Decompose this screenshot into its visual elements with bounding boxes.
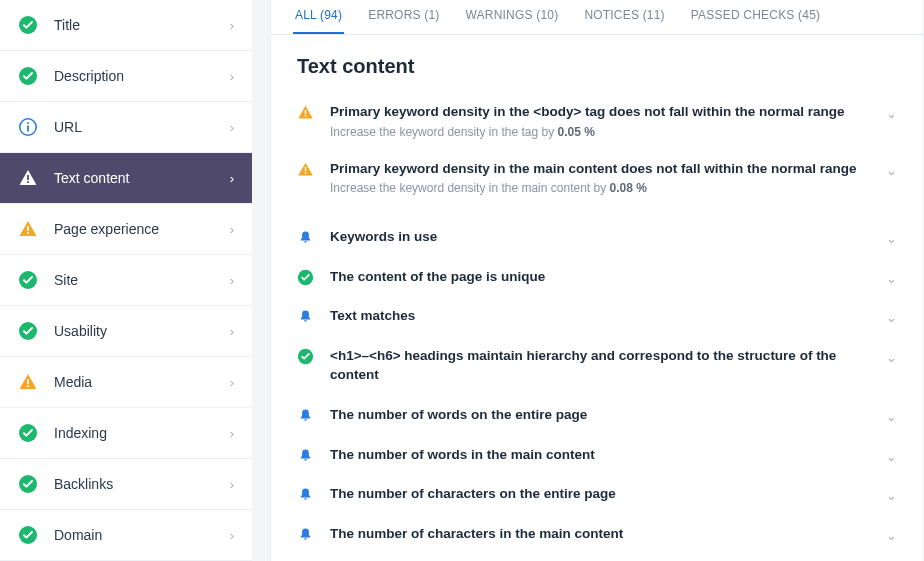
sidebar: Title›Description›URL›Text content›Page … bbox=[0, 0, 252, 561]
check-row-title: The number of characters in the main con… bbox=[330, 524, 878, 544]
warn-icon bbox=[18, 219, 38, 239]
check-icon bbox=[297, 348, 314, 365]
chevron-right-icon: › bbox=[230, 426, 234, 441]
svg-rect-22 bbox=[305, 172, 307, 174]
check-icon bbox=[18, 423, 38, 443]
check-row-title: The number of characters on the entire p… bbox=[330, 484, 878, 504]
check-row[interactable]: The number of characters in the main con… bbox=[271, 514, 923, 554]
chevron-right-icon: › bbox=[230, 222, 234, 237]
check-row-title: Primary keyword density in the <body> ta… bbox=[330, 102, 878, 122]
tab-all[interactable]: ALL (94) bbox=[293, 0, 344, 34]
tab-errors[interactable]: ERRORS (1) bbox=[366, 0, 441, 34]
check-icon bbox=[297, 269, 314, 286]
check-icon bbox=[18, 270, 38, 290]
sidebar-item-page-experience[interactable]: Page experience› bbox=[0, 204, 252, 255]
notice-icon bbox=[297, 407, 314, 424]
sidebar-item-usability[interactable]: Usability› bbox=[0, 306, 252, 357]
svg-rect-11 bbox=[27, 379, 29, 384]
sidebar-item-label: Domain bbox=[54, 527, 230, 543]
chevron-right-icon: › bbox=[230, 324, 234, 339]
notice-icon bbox=[297, 308, 314, 325]
check-row[interactable]: <h1>–<h6> headings maintain hierarchy an… bbox=[271, 336, 923, 395]
check-row-title: The number of words in the main content bbox=[330, 445, 878, 465]
check-row-title: Text matches bbox=[330, 306, 878, 326]
sidebar-item-label: Title bbox=[54, 17, 230, 33]
chevron-down-icon: ⌄ bbox=[886, 106, 897, 121]
sidebar-item-media[interactable]: Media› bbox=[0, 357, 252, 408]
check-icon bbox=[18, 321, 38, 341]
check-icon bbox=[18, 474, 38, 494]
tabs: ALL (94)ERRORS (1)WARNINGS (10)NOTICES (… bbox=[271, 0, 923, 35]
chevron-right-icon: › bbox=[230, 18, 234, 33]
check-row-subtitle: Increase the keyword density in the main… bbox=[330, 181, 878, 195]
check-row[interactable]: The content of the page is unique⌄ bbox=[271, 257, 923, 297]
sidebar-item-backlinks[interactable]: Backlinks› bbox=[0, 459, 252, 510]
tab-notices[interactable]: NOTICES (11) bbox=[582, 0, 666, 34]
sidebar-item-site[interactable]: Site› bbox=[0, 255, 252, 306]
check-row-title: <h1>–<h6> headings maintain hierarchy an… bbox=[330, 346, 878, 385]
sidebar-item-label: Site bbox=[54, 272, 230, 288]
notice-icon bbox=[297, 229, 314, 246]
chevron-down-icon: ⌄ bbox=[886, 488, 897, 503]
sidebar-item-label: Usability bbox=[54, 323, 230, 339]
svg-rect-20 bbox=[305, 115, 307, 117]
chevron-right-icon: › bbox=[230, 273, 234, 288]
sidebar-item-label: Text content bbox=[54, 170, 230, 186]
check-row-subtitle: Increase the keyword density in the tag … bbox=[330, 125, 878, 139]
check-row[interactable]: The number of words on the entire page⌄ bbox=[271, 395, 923, 435]
chevron-right-icon: › bbox=[230, 120, 234, 135]
chevron-down-icon: ⌄ bbox=[886, 528, 897, 543]
sidebar-item-description[interactable]: Description› bbox=[0, 51, 252, 102]
svg-rect-5 bbox=[27, 175, 29, 180]
chevron-down-icon: ⌄ bbox=[886, 449, 897, 464]
check-row[interactable]: Primary keyword density in the main cont… bbox=[271, 149, 923, 206]
main-panel: ALL (94)ERRORS (1)WARNINGS (10)NOTICES (… bbox=[270, 0, 924, 561]
check-row[interactable]: No keywords are used at the beginning of… bbox=[271, 553, 923, 561]
tab-warnings[interactable]: WARNINGS (10) bbox=[464, 0, 561, 34]
chevron-right-icon: › bbox=[230, 477, 234, 492]
check-row[interactable]: Keywords in use⌄ bbox=[271, 217, 923, 257]
sidebar-item-domain[interactable]: Domain› bbox=[0, 510, 252, 561]
alert-icon bbox=[18, 168, 38, 188]
chevron-right-icon: › bbox=[230, 171, 234, 186]
check-row[interactable]: The number of words in the main content⌄ bbox=[271, 435, 923, 475]
notice-icon bbox=[297, 526, 314, 543]
check-icon bbox=[18, 66, 38, 86]
svg-rect-7 bbox=[27, 226, 29, 231]
check-row-title: The number of words on the entire page bbox=[330, 405, 878, 425]
svg-rect-6 bbox=[27, 181, 29, 183]
chevron-down-icon: ⌄ bbox=[886, 409, 897, 424]
chevron-down-icon: ⌄ bbox=[886, 163, 897, 178]
check-row[interactable]: Primary keyword density in the <body> ta… bbox=[271, 92, 923, 149]
chevron-down-icon: ⌄ bbox=[886, 350, 897, 365]
sidebar-item-title[interactable]: Title› bbox=[0, 0, 252, 51]
svg-rect-8 bbox=[27, 232, 29, 234]
sidebar-item-url[interactable]: URL› bbox=[0, 102, 252, 153]
chevron-right-icon: › bbox=[230, 528, 234, 543]
chevron-right-icon: › bbox=[230, 69, 234, 84]
check-row-title: Primary keyword density in the main cont… bbox=[330, 159, 878, 179]
check-row[interactable]: The number of characters on the entire p… bbox=[271, 474, 923, 514]
check-icon bbox=[18, 525, 38, 545]
sidebar-item-label: Media bbox=[54, 374, 230, 390]
warn-icon bbox=[297, 161, 314, 178]
sidebar-item-text-content[interactable]: Text content› bbox=[0, 153, 252, 204]
svg-rect-21 bbox=[305, 167, 307, 171]
sidebar-item-label: Description bbox=[54, 68, 230, 84]
svg-rect-19 bbox=[305, 110, 307, 114]
svg-rect-12 bbox=[27, 385, 29, 387]
svg-rect-3 bbox=[27, 126, 29, 132]
chevron-right-icon: › bbox=[230, 375, 234, 390]
check-icon bbox=[18, 15, 38, 35]
check-row[interactable]: Text matches⌄ bbox=[271, 296, 923, 336]
info-icon bbox=[18, 117, 38, 137]
check-row-title: The content of the page is unique bbox=[330, 267, 878, 287]
tab-passed[interactable]: PASSED CHECKS (45) bbox=[689, 0, 822, 34]
notice-icon bbox=[297, 486, 314, 503]
sidebar-item-indexing[interactable]: Indexing› bbox=[0, 408, 252, 459]
sidebar-item-label: URL bbox=[54, 119, 230, 135]
chevron-down-icon: ⌄ bbox=[886, 271, 897, 286]
sidebar-item-label: Backlinks bbox=[54, 476, 230, 492]
chevron-down-icon: ⌄ bbox=[886, 231, 897, 246]
sidebar-item-label: Indexing bbox=[54, 425, 230, 441]
